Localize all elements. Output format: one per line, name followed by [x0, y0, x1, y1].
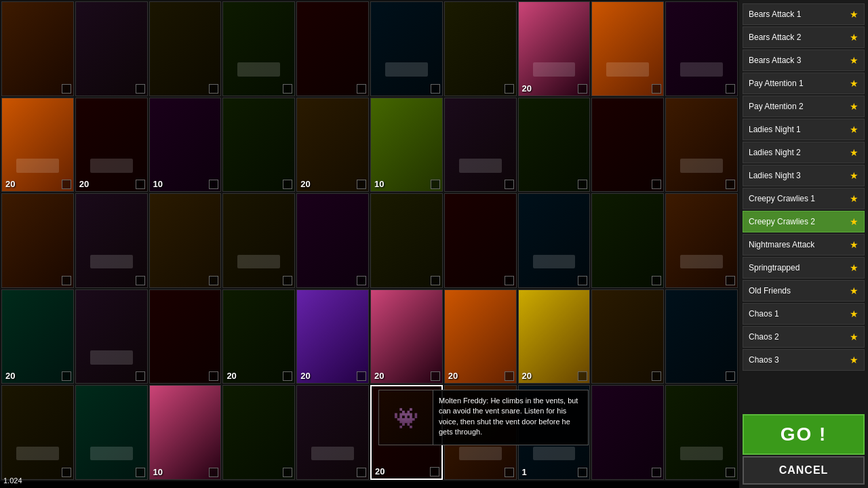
- grid-cell[interactable]: [149, 1, 222, 96]
- star-icon: ★: [850, 216, 859, 227]
- grid-cell[interactable]: [75, 1, 148, 96]
- grid-cell[interactable]: [75, 289, 148, 384]
- grid-cell[interactable]: [296, 1, 369, 96]
- star-icon: ★: [850, 55, 859, 66]
- cell-corner-icon: [209, 84, 218, 94]
- cell-corner-icon: [283, 371, 292, 381]
- cell-corner-icon: [578, 468, 587, 477]
- playlist-item-label: Nightmares Attack: [749, 240, 847, 249]
- cell-corner-icon: [431, 371, 440, 381]
- cell-corner-icon: [578, 276, 587, 285]
- grid-cell[interactable]: 20: [296, 289, 369, 384]
- playlist-item-springtrapped[interactable]: Springtrapped★: [743, 257, 865, 279]
- grid-cell[interactable]: [222, 193, 295, 288]
- grid-cell[interactable]: [1, 193, 74, 288]
- grid-cell[interactable]: 20: [444, 289, 517, 384]
- playlist-item-chaos-3[interactable]: Chaos 3★: [743, 349, 865, 371]
- playlist-item-creepy-crawlies-1[interactable]: Creepy Crawlies 1★: [743, 188, 865, 209]
- grid-cell[interactable]: [222, 98, 295, 192]
- grid-cell[interactable]: [444, 98, 517, 192]
- playlist-item-creepy-crawlies-2[interactable]: Creepy Crawlies 2★: [743, 211, 865, 232]
- playlist-item-ladies-night-1[interactable]: Ladies Night 1★: [743, 119, 865, 140]
- grid-cell[interactable]: [444, 193, 517, 288]
- grid-cell[interactable]: [591, 193, 664, 288]
- grid-cell[interactable]: [75, 193, 148, 288]
- grid-cell[interactable]: 20: [1, 98, 74, 192]
- cell-corner-icon: [62, 180, 71, 189]
- cell-corner-icon: [283, 468, 292, 477]
- grid-cell[interactable]: 20: [1, 289, 74, 384]
- grid-cell[interactable]: 10: [149, 98, 222, 192]
- cell-corner-icon: [726, 84, 735, 94]
- character-grid[interactable]: 20202010201020202020202010201: [0, 0, 739, 481]
- cell-corner-icon: [136, 468, 145, 477]
- grid-cell[interactable]: [591, 385, 664, 480]
- right-panel: Bears Attack 1★Bears Attack 2★Bears Atta…: [739, 0, 868, 488]
- grid-cell[interactable]: [222, 385, 295, 480]
- playlist-item-chaos-2[interactable]: Chaos 2★: [743, 326, 865, 348]
- tooltip-character-image: [379, 390, 433, 445]
- cancel-button[interactable]: CANCEL: [743, 456, 865, 485]
- grid-cell[interactable]: [1, 385, 74, 480]
- cell-corner-icon: [136, 276, 145, 285]
- cell-corner-icon: [62, 84, 71, 94]
- playlist-item-old-friends[interactable]: Old Friends★: [743, 280, 865, 302]
- cell-corner-icon: [652, 468, 661, 477]
- grid-cell[interactable]: 10: [149, 385, 222, 480]
- grid-cell[interactable]: [296, 193, 369, 288]
- playlist-item-label: Chaos 2: [749, 332, 847, 342]
- grid-cell[interactable]: [591, 1, 664, 96]
- grid-cell[interactable]: [149, 193, 222, 288]
- playlist-item-bears-attack-2[interactable]: Bears Attack 2★: [743, 26, 865, 48]
- star-icon: ★: [850, 101, 859, 112]
- grid-cell[interactable]: [370, 193, 443, 288]
- grid-cell[interactable]: 20: [518, 289, 591, 384]
- cell-number: 20: [300, 371, 310, 381]
- playlist-item-ladies-night-2[interactable]: Ladies Night 2★: [743, 142, 865, 163]
- star-icon: ★: [850, 124, 859, 135]
- grid-cell[interactable]: [665, 1, 738, 96]
- grid-cell[interactable]: [222, 1, 295, 96]
- cell-corner-icon: [505, 468, 514, 477]
- grid-cell[interactable]: 10: [370, 98, 443, 192]
- cell-corner-icon: [578, 371, 587, 381]
- grid-cell[interactable]: 20: [370, 289, 443, 384]
- grid-cell[interactable]: [75, 385, 148, 480]
- cell-corner-icon: [431, 84, 440, 94]
- playlist-item-chaos-1[interactable]: Chaos 1★: [743, 303, 865, 325]
- cell-corner-icon: [430, 467, 439, 476]
- grid-cell[interactable]: [665, 289, 738, 384]
- playlist-item-ladies-night-3[interactable]: Ladies Night 3★: [743, 165, 865, 186]
- grid-cell[interactable]: [149, 289, 222, 384]
- go-button[interactable]: GO !: [743, 414, 865, 455]
- grid-cell[interactable]: [518, 98, 591, 192]
- playlist-item-pay-attention-1[interactable]: Pay Attention 1★: [743, 73, 865, 94]
- cell-corner-icon: [136, 371, 145, 381]
- cell-corner-icon: [283, 276, 292, 285]
- cell-corner-icon: [505, 276, 514, 285]
- playlist-item-bears-attack-1[interactable]: Bears Attack 1★: [743, 3, 865, 25]
- grid-cell[interactable]: [665, 385, 738, 480]
- grid-cell[interactable]: [665, 98, 738, 192]
- cell-corner-icon: [726, 180, 735, 189]
- star-icon: ★: [850, 308, 859, 319]
- grid-cell[interactable]: 20: [296, 98, 369, 192]
- playlist-item-nightmares-attack[interactable]: Nightmares Attack★: [743, 234, 865, 256]
- grid-cell[interactable]: [591, 98, 664, 192]
- playlist-item-label: Pay Attention 1: [749, 79, 847, 88]
- grid-cell[interactable]: [591, 289, 664, 384]
- grid-cell[interactable]: 20: [518, 1, 591, 96]
- playlist-item-bears-attack-3[interactable]: Bears Attack 3★: [743, 49, 865, 71]
- grid-cell[interactable]: [296, 385, 369, 480]
- grid-cell[interactable]: [444, 1, 517, 96]
- playlist-item-label: Bears Attack 2: [749, 33, 847, 42]
- grid-cell[interactable]: [518, 193, 591, 288]
- grid-cell[interactable]: 20: [75, 98, 148, 192]
- grid-cell[interactable]: 20: [222, 289, 295, 384]
- cell-corner-icon: [209, 276, 218, 285]
- grid-cell[interactable]: [1, 1, 74, 96]
- grid-cell[interactable]: [665, 193, 738, 288]
- grid-cell[interactable]: [370, 1, 443, 96]
- cell-corner-icon: [357, 84, 366, 94]
- playlist-item-pay-attention-2[interactable]: Pay Attention 2★: [743, 96, 865, 117]
